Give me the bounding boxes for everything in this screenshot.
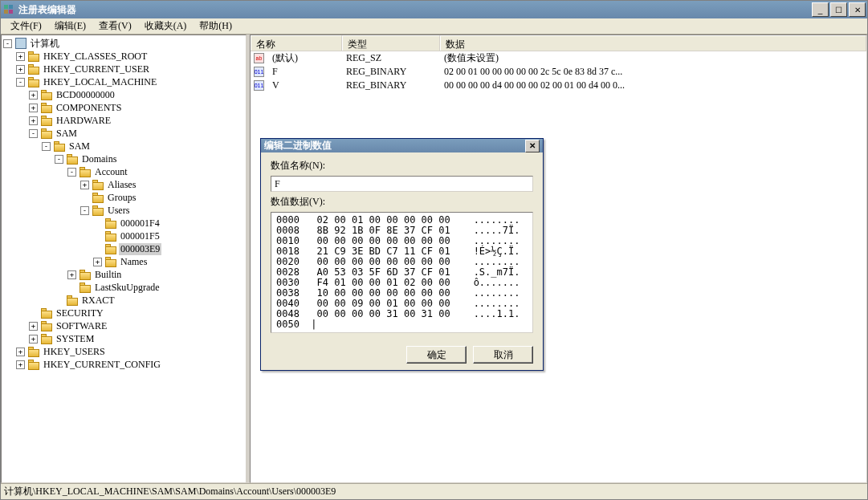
folder-icon bbox=[41, 116, 52, 125]
menu-view[interactable]: 查看(V) bbox=[92, 18, 138, 35]
list-header: 名称 类型 数据 bbox=[251, 35, 866, 51]
folder-icon bbox=[92, 205, 104, 215]
tree-groups[interactable]: Groups bbox=[106, 192, 137, 204]
folder-icon bbox=[92, 193, 104, 202]
app-icon bbox=[2, 3, 15, 16]
tree-aliases[interactable]: Aliases bbox=[106, 179, 137, 191]
tree-hardware[interactable]: HARDWARE bbox=[55, 115, 112, 127]
expander-icon[interactable]: + bbox=[29, 91, 38, 100]
tree-root[interactable]: 计算机 bbox=[29, 37, 61, 51]
tree-user-1f5[interactable]: 000001F5 bbox=[119, 230, 161, 242]
menu-file[interactable]: 文件(F) bbox=[4, 18, 48, 35]
binary-icon: 011 bbox=[254, 67, 264, 77]
tree-domains[interactable]: Domains bbox=[80, 153, 118, 165]
folder-icon bbox=[79, 167, 91, 177]
tree-pane[interactable]: -计算机 +HKEY_CLASSES_ROOT +HKEY_CURRENT_US… bbox=[1, 35, 247, 483]
expander-icon[interactable]: - bbox=[16, 78, 25, 87]
menu-help[interactable]: 帮助(H) bbox=[193, 18, 238, 35]
computer-icon bbox=[15, 38, 26, 49]
tree-user-1f4[interactable]: 000001F4 bbox=[119, 217, 161, 230]
tree-account[interactable]: Account bbox=[93, 166, 129, 178]
tree-users[interactable]: Users bbox=[106, 205, 131, 217]
tree-sam-inner[interactable]: SAM bbox=[67, 140, 92, 152]
expander-icon[interactable]: + bbox=[29, 322, 38, 331]
folder-icon bbox=[105, 244, 116, 254]
folder-icon bbox=[41, 103, 52, 112]
tree-bcd[interactable]: BCD00000000 bbox=[55, 89, 116, 101]
expander-icon[interactable]: + bbox=[16, 65, 25, 74]
folder-icon bbox=[28, 347, 39, 356]
tree-hkcc[interactable]: HKEY_CURRENT_CONFIG bbox=[42, 359, 162, 371]
folder-icon bbox=[41, 321, 52, 331]
expander-icon[interactable]: - bbox=[55, 155, 63, 164]
tree-hkcu[interactable]: HKEY_CURRENT_USER bbox=[42, 63, 151, 75]
expander-icon[interactable]: + bbox=[16, 52, 25, 61]
col-name[interactable]: 名称 bbox=[251, 35, 342, 51]
tree-hku[interactable]: HKEY_USERS bbox=[42, 346, 107, 358]
expander-icon[interactable]: + bbox=[93, 258, 102, 266]
tree-user-3e9[interactable]: 000003E9 bbox=[119, 243, 161, 255]
menu-edit[interactable]: 编辑(E) bbox=[48, 18, 92, 35]
folder-icon bbox=[92, 180, 104, 189]
dialog-title: 编辑二进制数值 bbox=[264, 139, 525, 152]
svg-rect-3 bbox=[9, 10, 13, 14]
expander-icon[interactable]: - bbox=[42, 142, 51, 151]
folder-icon bbox=[28, 64, 39, 74]
tree-builtin[interactable]: Builtin bbox=[93, 269, 123, 281]
folder-icon bbox=[41, 334, 52, 343]
tree-hklm[interactable]: HKEY_LOCAL_MACHINE bbox=[42, 76, 158, 88]
expander-icon[interactable]: - bbox=[29, 129, 38, 138]
expander-icon[interactable]: - bbox=[67, 168, 76, 177]
cancel-button[interactable]: 取消 bbox=[473, 346, 533, 364]
value-name-label: 数值名称(N): bbox=[271, 159, 533, 173]
list-row-default[interactable]: ab (默认) REG_SZ (数值未设置) bbox=[251, 51, 866, 65]
tree-hkcr[interactable]: HKEY_CLASSES_ROOT bbox=[42, 51, 149, 63]
binary-icon: 011 bbox=[254, 80, 264, 91]
folder-icon bbox=[79, 283, 91, 292]
dialog-titlebar[interactable]: 编辑二进制数值 ✕ bbox=[261, 139, 543, 152]
value-data-label: 数值数据(V): bbox=[271, 195, 533, 209]
expander-icon[interactable]: - bbox=[80, 206, 89, 215]
folder-icon bbox=[105, 231, 116, 241]
expander-icon[interactable]: + bbox=[16, 360, 25, 369]
tree-software[interactable]: SOFTWARE bbox=[55, 320, 108, 332]
expander-icon[interactable]: + bbox=[67, 270, 76, 279]
ok-button[interactable]: 确定 bbox=[406, 346, 467, 364]
expander-icon[interactable]: - bbox=[3, 39, 12, 48]
col-data[interactable]: 数据 bbox=[440, 35, 866, 51]
folder-icon bbox=[67, 154, 78, 164]
tree-security[interactable]: SECURITY bbox=[55, 307, 105, 319]
expander-icon[interactable]: + bbox=[16, 348, 25, 356]
expander-icon[interactable]: + bbox=[29, 104, 38, 112]
folder-icon bbox=[105, 218, 116, 228]
expander-icon[interactable]: + bbox=[80, 181, 89, 189]
hex-editor[interactable]: 0000 02 00 01 00 00 00 00 00 ........ 00… bbox=[271, 212, 533, 333]
tree-system[interactable]: SYSTEM bbox=[55, 333, 96, 345]
close-button[interactable]: ✕ bbox=[849, 2, 866, 17]
tree-lastsku[interactable]: LastSkuUpgrade bbox=[93, 282, 161, 294]
folder-icon bbox=[41, 90, 52, 100]
expander-icon[interactable]: + bbox=[29, 335, 38, 343]
folder-icon bbox=[67, 295, 78, 305]
folder-icon bbox=[28, 360, 39, 369]
list-row-f[interactable]: 011 F REG_BINARY 02 00 01 00 00 00 00 00… bbox=[251, 65, 866, 79]
titlebar[interactable]: 注册表编辑器 _ ☐ ✕ bbox=[1, 1, 867, 18]
folder-icon bbox=[54, 141, 65, 151]
tree-components[interactable]: COMPONENTS bbox=[55, 102, 123, 114]
minimize-button[interactable]: _ bbox=[812, 2, 829, 17]
edit-binary-dialog: 编辑二进制数值 ✕ 数值名称(N): 数值数据(V): 0000 02 00 0… bbox=[260, 138, 544, 371]
menu-favorites[interactable]: 收藏夹(A) bbox=[138, 18, 194, 35]
tree-sam[interactable]: SAM bbox=[55, 128, 79, 140]
folder-icon bbox=[28, 77, 39, 87]
list-row-v[interactable]: 011 V REG_BINARY 00 00 00 00 d4 00 00 00… bbox=[251, 79, 866, 92]
expander-icon[interactable]: + bbox=[29, 116, 38, 125]
folder-icon bbox=[41, 308, 52, 318]
dialog-close-button[interactable]: ✕ bbox=[525, 140, 540, 152]
tree-rxact[interactable]: RXACT bbox=[80, 295, 116, 307]
maximize-button[interactable]: ☐ bbox=[830, 2, 847, 17]
window-title: 注册表编辑器 bbox=[18, 3, 812, 17]
tree-names[interactable]: Names bbox=[119, 256, 149, 268]
status-path: 计算机\HKEY_LOCAL_MACHINE\SAM\SAM\Domains\A… bbox=[4, 485, 336, 498]
value-name-input[interactable] bbox=[271, 176, 533, 192]
col-type[interactable]: 类型 bbox=[342, 35, 440, 51]
